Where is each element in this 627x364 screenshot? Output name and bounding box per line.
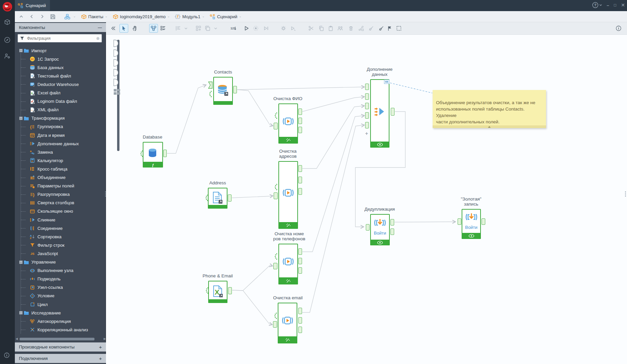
connection-line[interactable] <box>167 85 206 153</box>
output-port[interactable] <box>298 165 302 172</box>
collapse-panel-icon[interactable]: — <box>98 25 102 30</box>
navigator-icon[interactable] <box>4 36 11 43</box>
tree-collapse-toggle[interactable]: − <box>19 261 23 264</box>
breadcrumb-item-3[interactable]: fМодуль1⌄ <box>175 14 205 20</box>
input-port[interactable] <box>365 122 369 128</box>
node-ochistka-telefonov[interactable] <box>278 244 298 284</box>
node-phone-email[interactable]: X <box>208 281 227 303</box>
input-port[interactable] <box>458 218 461 225</box>
tree-collapse-toggle[interactable]: − <box>19 117 23 120</box>
minimize-button[interactable]: – <box>607 3 609 8</box>
tree-item-группировка[interactable]: {Группировка <box>30 123 63 130</box>
tree-folder-управление[interactable]: Управление <box>24 259 56 266</box>
clear-filter-icon[interactable]: ⊗ <box>96 36 100 41</box>
module-input-port[interactable] <box>113 69 118 77</box>
output-port[interactable] <box>163 150 167 157</box>
output-port[interactable] <box>228 287 232 294</box>
node-ochistka-adresov[interactable] <box>278 161 298 229</box>
output-port[interactable] <box>298 118 302 124</box>
tree-item-объединение[interactable]: Объединение <box>30 174 65 181</box>
help-menu-button[interactable]: ? <box>592 2 602 8</box>
variable-port-icon[interactable] <box>273 112 278 119</box>
tree-item-соединение[interactable]: Соединение <box>30 224 63 232</box>
info-icon[interactable] <box>4 352 10 358</box>
filter-input[interactable] <box>26 36 94 41</box>
close-button[interactable]: ✕ <box>621 2 625 8</box>
input-port[interactable] <box>365 93 369 100</box>
tree-item-корреляционный-анализ[interactable]: Корреляционный анализ <box>30 326 88 333</box>
scheme-info-button[interactable] <box>614 24 623 33</box>
output-port[interactable] <box>298 177 302 183</box>
output-visible-icon[interactable] <box>377 143 383 147</box>
tree-item-скользящее-окно[interactable]: Скользящее окно <box>30 208 73 215</box>
input-port[interactable] <box>274 192 278 199</box>
tree-item-фильтр-строк[interactable]: Фильтр строк <box>30 241 64 249</box>
node-zolotaya-zapis[interactable]: Войти <box>462 209 481 239</box>
tree-item-параметры-полей[interactable]: Параметры полей <box>30 182 74 190</box>
output-port[interactable] <box>298 258 302 264</box>
select-tool-button[interactable] <box>119 24 128 33</box>
output-visible-icon[interactable] <box>468 234 474 238</box>
node-deduplikaciya[interactable]: Войти <box>370 214 390 245</box>
note-quote-badge[interactable]: 66 <box>384 80 389 84</box>
input-port[interactable] <box>274 123 278 129</box>
module-input-port[interactable] <box>113 49 118 57</box>
node-dopolnenie-dannyh[interactable]: 66 <box>370 79 389 148</box>
expand-connections-icon[interactable]: + <box>99 356 102 361</box>
tree-item-свертка-столбцов[interactable]: Свертка столбцов <box>30 199 74 207</box>
variable-port-icon[interactable] <box>139 150 143 157</box>
tree-item-сортировка[interactable]: AZСортировка <box>30 233 61 240</box>
hscroll-left-arrow[interactable]: ◀ <box>16 337 18 340</box>
tab-scenario[interactable]: Сценарий <box>15 0 50 11</box>
tree-collapse-toggle[interactable]: − <box>19 311 23 314</box>
tree-item-дополнение-данных[interactable]: Дополнение данных <box>30 140 79 147</box>
collapsed-ports-icon[interactable] <box>114 89 120 95</box>
tree-item-калькулятор[interactable]: Калькулятор <box>30 157 63 164</box>
input-port[interactable] <box>365 84 369 90</box>
connections-panel[interactable]: Подключения + <box>15 354 106 363</box>
tree-item-база-данных[interactable]: База данных <box>30 64 63 71</box>
marquee-select-button[interactable] <box>394 24 403 33</box>
breadcrumb-dropdown-icon[interactable]: ⌄ <box>105 15 108 18</box>
output-port[interactable] <box>228 194 231 202</box>
tree-folder-импорт[interactable]: Импорт <box>24 47 47 54</box>
connection-line[interactable] <box>302 106 364 169</box>
tree-item-partial[interactable] <box>30 334 35 336</box>
note-resize-icon[interactable] <box>488 126 491 128</box>
collapse-panel-button[interactable] <box>109 24 117 33</box>
administration-icon[interactable] <box>4 53 11 60</box>
module-input-port[interactable] <box>113 79 118 86</box>
maximize-button[interactable]: □ <box>614 3 616 7</box>
tree-item-слияние[interactable]: Слияние <box>30 216 55 223</box>
output-port[interactable] <box>298 109 302 115</box>
tree-item-кросс-таблица[interactable]: Кросс-таблица <box>30 165 67 173</box>
variable-port-icon[interactable] <box>205 287 209 294</box>
renumber-nodes-button[interactable]: 123 <box>229 24 238 33</box>
variable-port-icon[interactable] <box>273 184 278 190</box>
tree-folder-исследование[interactable]: Исследование <box>24 309 61 316</box>
tree-item-1с-запрос[interactable]: 1С1С Запрос <box>30 55 59 63</box>
output-port[interactable] <box>298 248 302 255</box>
tree-item-узел-ссылка[interactable]: Узел-ссылка <box>30 284 63 291</box>
tree-item-замена[interactable]: abЗамена <box>30 148 53 156</box>
save-button[interactable] <box>50 14 56 20</box>
input-port[interactable] <box>365 103 369 109</box>
node-ochistka-email[interactable] <box>278 303 297 343</box>
note-link-line[interactable] <box>390 83 432 93</box>
clean-scheme-button[interactable] <box>377 24 386 33</box>
input-port[interactable] <box>366 224 370 231</box>
back-button[interactable] <box>29 14 34 19</box>
add-input-port-icon[interactable]: + <box>365 131 368 135</box>
scheme-select-dropdown-icon[interactable]: ⌄ <box>73 15 76 18</box>
output-port[interactable] <box>390 229 394 235</box>
tree-item-условие[interactable]: ?Условие <box>30 292 54 300</box>
output-port[interactable] <box>391 108 394 116</box>
panel-resize-grip[interactable] <box>105 189 106 198</box>
connection-line[interactable] <box>237 87 364 90</box>
tree-folder-трансформация[interactable]: Трансформация <box>24 115 64 122</box>
node-contacts[interactable] <box>213 77 233 105</box>
annotation-note[interactable]: Объединение результатов очистки, а так ж… <box>433 90 546 128</box>
input-port[interactable] <box>365 112 369 119</box>
tree-item-выполнение-узла[interactable]: Выполнение узла <box>30 267 73 274</box>
tree-item-loginom-data-файл[interactable]: Loginom Data файл <box>30 98 77 105</box>
